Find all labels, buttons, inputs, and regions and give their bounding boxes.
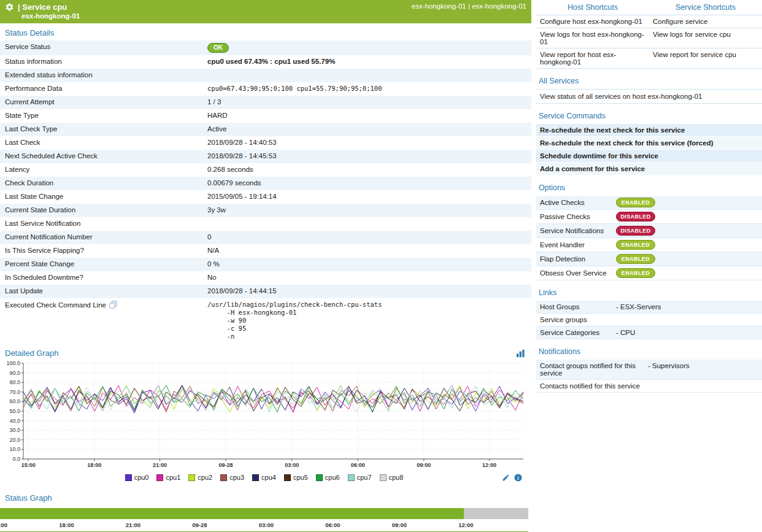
row-value: No: [204, 271, 531, 283]
svg-text:12:00: 12:00: [482, 462, 496, 468]
header-host-link[interactable]: esx-hongkong-01: [412, 2, 466, 10]
svg-text:30.0: 30.0: [9, 427, 20, 433]
disabled-badge[interactable]: DISABLED: [616, 226, 655, 236]
svg-text:20.0: 20.0: [9, 437, 20, 443]
row-value: 1 / 3: [204, 96, 531, 108]
status-timeline-axis: 15:0018:0021:0009-2803:0006:0009:0012:00: [0, 522, 528, 530]
table-row: Status information cpu0 used 67.43% : cp…: [0, 55, 531, 69]
row-label: Last Check Type: [0, 123, 204, 135]
table-row: Last State Change 2015/09/05 - 19:14:14: [0, 190, 531, 204]
show-command-icon[interactable]: [109, 301, 117, 309]
reschedule-check-forced-command[interactable]: Re-schedule the next check for this serv…: [536, 137, 762, 150]
table-row: Percent State Change 0 %: [0, 258, 531, 271]
link-label: Service Categories: [540, 329, 616, 336]
row-value: [204, 217, 531, 222]
svg-text:09-28: 09-28: [219, 462, 233, 468]
status-tick-label: 12:00: [458, 522, 473, 528]
row-label: Last Check: [0, 136, 204, 148]
disabled-badge[interactable]: DISABLED: [616, 212, 655, 222]
info-icon[interactable]: i: [514, 474, 522, 482]
row-label: Current Attempt: [0, 96, 204, 108]
table-row: Next Scheduled Active Check 2018/09/28 -…: [0, 150, 531, 163]
add-comment-command[interactable]: Add a comment for this service: [536, 163, 762, 175]
svg-text:80.0: 80.0: [9, 379, 20, 385]
legend-swatch: [284, 474, 291, 481]
bar-chart-icon[interactable]: [516, 349, 525, 358]
row-value: [204, 69, 531, 74]
row-label: Last Service Notification: [0, 217, 204, 229]
host-groups-value[interactable]: - ESX-Servers: [616, 303, 661, 310]
configure-host-link[interactable]: Configure host esx-hongkong-01: [536, 15, 649, 28]
row-value: Active: [204, 123, 531, 135]
svg-text:70.0: 70.0: [9, 389, 20, 395]
row-label: Current Notification Number: [0, 231, 204, 243]
status-ok-badge: OK: [207, 43, 229, 53]
cpu-usage-line-chart: 0.010.020.030.040.050.060.070.080.090.01…: [0, 360, 528, 469]
link-label: Host Groups: [540, 303, 616, 310]
status-tick-label: 09-28: [192, 522, 207, 528]
main-panel: | Service cpu esx-hongkong-01 | esx-hong…: [0, 0, 531, 532]
option-label: Obsess Over Service: [540, 269, 616, 277]
legend-swatch: [188, 474, 195, 481]
legend-item: cpu4: [252, 474, 276, 481]
enabled-badge[interactable]: ENABLED: [616, 198, 655, 207]
host-shortcuts-title[interactable]: Host Shortcuts: [536, 0, 649, 15]
pencil-icon[interactable]: [502, 474, 510, 482]
page-title: | Service cpu: [18, 2, 67, 12]
schedule-downtime-command[interactable]: Schedule downtime for this service: [536, 150, 762, 163]
status-tick-label: 21:00: [126, 522, 140, 528]
table-row: Current Notification Number 0: [0, 231, 531, 244]
svg-text:15:00: 15:00: [21, 462, 36, 468]
breadcrumb-separator: |: [468, 2, 470, 10]
legend-item: cpu1: [156, 474, 180, 481]
gear-icon[interactable]: [5, 2, 14, 12]
row-value: N/A: [204, 244, 531, 256]
row-value: 2018/09/28 - 14:45:53: [204, 150, 531, 162]
header-service-link[interactable]: esx-hongkong-01: [472, 2, 526, 10]
view-service-report-link[interactable]: View report for service cpu: [649, 48, 762, 68]
table-row: Last Service Notification: [0, 217, 531, 231]
status-segment-no-data: [464, 508, 528, 519]
service-categories-value[interactable]: - CPU: [616, 329, 635, 336]
link-label: Service groups: [540, 316, 616, 323]
option-label: Service Notifications: [540, 227, 616, 234]
legend-label: cpu4: [261, 474, 276, 481]
row-value: /usr/lib/nagios/plugins/check-bench-cpu-…: [204, 298, 531, 343]
legend-swatch: [316, 474, 323, 481]
row-label: Next Scheduled Active Check: [0, 150, 204, 162]
enabled-badge[interactable]: ENABLED: [616, 268, 655, 278]
detailed-graph-title: Detailed Graph: [5, 349, 58, 358]
view-all-services-link[interactable]: View status of all services on host esx-…: [536, 89, 762, 104]
row-label-text: Executed Check Command Line: [5, 301, 106, 309]
legend-item: cpu7: [348, 474, 372, 481]
service-shortcuts-title[interactable]: Service Shortcuts: [649, 0, 762, 15]
view-host-logs-link[interactable]: View logs for host esx-hongkong-01: [536, 28, 649, 48]
configure-service-link[interactable]: Configure service: [649, 15, 762, 28]
enabled-badge[interactable]: ENABLED: [616, 240, 655, 250]
svg-text:21:00: 21:00: [153, 462, 167, 468]
legend-item: cpu8: [380, 474, 404, 481]
view-host-report-link[interactable]: View report for host esx-hongkong-01: [536, 48, 649, 68]
row-label: Latency: [0, 163, 204, 175]
legend-swatch: [252, 474, 259, 481]
view-service-logs-link[interactable]: View logs for service cpu: [649, 28, 762, 48]
shortcuts-table: Configure host esx-hongkong-01 Configure…: [536, 15, 762, 69]
legend-label: cpu6: [325, 474, 340, 481]
contact-groups-value[interactable]: - Supervisors: [648, 362, 690, 377]
reschedule-check-command[interactable]: Re-schedule the next check for this serv…: [536, 124, 762, 137]
legend-label: cpu3: [229, 474, 244, 481]
table-row: Executed Check Command Line /usr/lib/nag…: [0, 298, 531, 343]
table-row: In Scheduled Downtime? No: [0, 271, 531, 285]
row-label: Extended status information: [0, 69, 204, 81]
options-title: Options: [536, 175, 762, 196]
row-value: 2018/09/28 - 14:44:15: [204, 285, 531, 297]
svg-text:0.0: 0.0: [12, 456, 20, 462]
svg-text:90.0: 90.0: [9, 370, 20, 376]
table-row: Check Duration 0.00679 seconds: [0, 177, 531, 190]
legend-item: cpu5: [284, 474, 308, 481]
table-row: View logs for host esx-hongkong-01 View …: [536, 28, 762, 48]
enabled-badge[interactable]: ENABLED: [616, 254, 655, 264]
row-value: HARD: [204, 109, 531, 121]
row-value: 0.00679 seconds: [204, 177, 531, 189]
table-row: Host Groups - ESX-Servers: [536, 301, 762, 314]
